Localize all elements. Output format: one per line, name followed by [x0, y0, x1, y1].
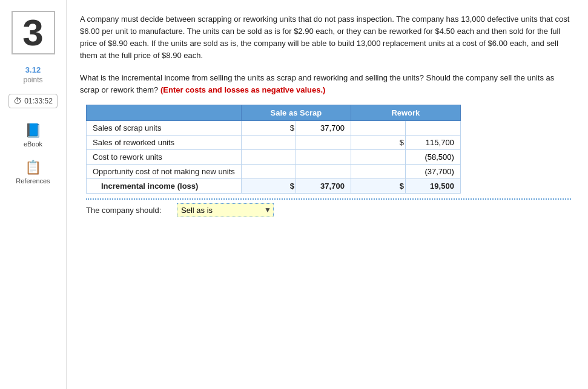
row-label-cost-rework: Cost to rework units — [87, 149, 242, 164]
table-row: Opportunity cost of not making new units — [87, 164, 461, 178]
scrap-cost-dollar — [241, 149, 296, 164]
points-label: points — [23, 76, 42, 84]
rework-cost-value[interactable] — [405, 149, 460, 164]
col-header-rework: Rework — [351, 105, 460, 120]
negative-note: (Enter costs and losses as negative valu… — [160, 85, 325, 94]
table-wrapper: Sale as Scrap Rework Sales of scrap unit… — [86, 105, 571, 217]
scrap-subtotal-value: 37,700 — [296, 178, 351, 193]
question-text: What is the incremental income from sell… — [80, 72, 571, 96]
rework-sales-scrap-dollar — [351, 120, 405, 135]
sidebar: 3 3.12 points ⏱ 01:33:52 📘 eBook 📋 Refer… — [0, 0, 67, 389]
rework-subtotal-dollar: $ — [351, 178, 405, 193]
ebook-label: eBook — [24, 140, 42, 148]
row-label-rework-sales: Sales of reworked units — [87, 135, 242, 149]
references-button[interactable]: 📋 References — [16, 160, 50, 185]
rework-rework-value[interactable] — [405, 135, 460, 149]
question-number: 3 — [12, 11, 55, 54]
subtotal-label: Incremental income (loss) — [87, 178, 242, 193]
table-row: Sales of reworked units $ — [87, 135, 461, 149]
rework-sales-scrap-value[interactable] — [405, 120, 460, 135]
problem-text: A company must decide between scrapping … — [80, 13, 571, 62]
timer-badge[interactable]: ⏱ 01:33:52 — [8, 94, 58, 108]
rework-cost-dollar — [351, 149, 405, 164]
row-label-opportunity: Opportunity cost of not making new units — [87, 164, 242, 178]
ebook-button[interactable]: 📘 eBook — [24, 123, 42, 148]
scrap-opp-dollar — [241, 164, 296, 178]
timer-icon: ⏱ — [13, 96, 22, 106]
bottom-section: The company should: Sell as is Rework ▼ — [86, 198, 571, 217]
table-row: Cost to rework units — [87, 149, 461, 164]
subtotal-row: Incremental income (loss) $ 37,700 $ 19,… — [87, 178, 461, 193]
timer-value: 01:33:52 — [24, 97, 53, 105]
scrap-rework-value[interactable] — [296, 135, 351, 149]
company-should-dropdown[interactable]: Sell as is Rework — [177, 203, 274, 217]
scrap-subtotal-dollar: $ — [241, 178, 296, 193]
rework-rework-dollar: $ — [351, 135, 405, 149]
scrap-sales-value[interactable] — [296, 120, 351, 135]
rework-subtotal-value: 19,500 — [405, 178, 460, 193]
col-header-scrap: Sale as Scrap — [241, 105, 351, 120]
dropdown-wrapper[interactable]: Sell as is Rework ▼ — [177, 203, 274, 217]
book-icon: 📘 — [25, 123, 41, 139]
copy-icon: 📋 — [25, 160, 41, 175]
rework-opp-dollar — [351, 164, 405, 178]
scrap-sales-dollar: $ — [241, 120, 296, 135]
company-should-label: The company should: — [86, 206, 171, 215]
scrap-cost-value[interactable] — [296, 149, 351, 164]
references-label: References — [16, 177, 50, 185]
scrap-rework-dollar — [241, 135, 296, 149]
income-table: Sale as Scrap Rework Sales of scrap unit… — [86, 105, 461, 194]
points-value: 3.12 — [25, 65, 41, 74]
row-label-scrap-sales: Sales of scrap units — [87, 120, 242, 135]
table-row: Sales of scrap units $ — [87, 120, 461, 135]
main-content: A company must decide between scrapping … — [67, 0, 588, 389]
scrap-opp-value[interactable] — [296, 164, 351, 178]
rework-opp-value[interactable] — [405, 164, 460, 178]
col-header-label — [87, 105, 242, 120]
